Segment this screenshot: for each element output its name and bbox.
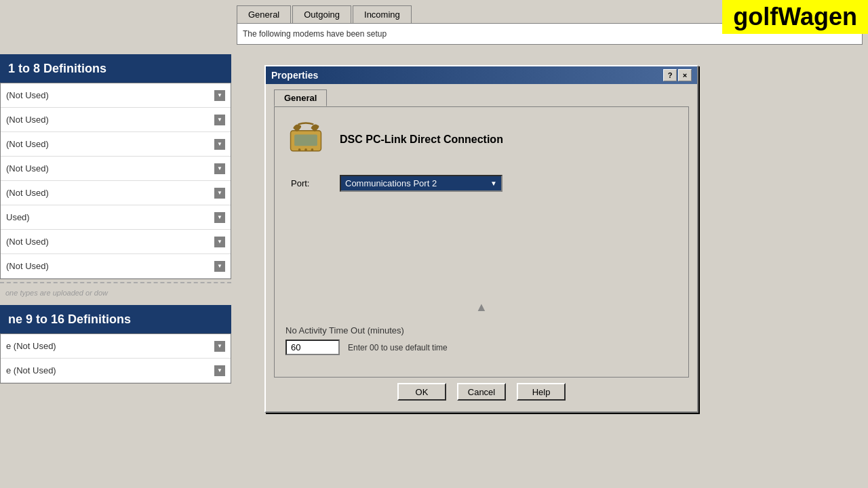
modem-name: DSC PC-Link Direct Connection: [340, 134, 503, 146]
port-label: Port:: [291, 178, 332, 188]
list-item[interactable]: e (Not Used) ▼: [1, 334, 231, 359]
item-label: (Not Used): [6, 139, 49, 149]
sidebar-list-2: e (Not Used) ▼ e (Not Used) ▼: [0, 333, 231, 384]
svg-rect-1: [294, 134, 317, 146]
dropdown-arrow[interactable]: ▼: [214, 237, 225, 247]
close-button[interactable]: ×: [678, 69, 692, 81]
list-item[interactable]: (Not Used) ▼: [1, 132, 231, 157]
item-label: (Not Used): [6, 237, 49, 247]
dropdown-arrow[interactable]: ▼: [214, 261, 225, 272]
tab-general[interactable]: General: [274, 89, 327, 106]
item-label: (Not Used): [6, 90, 49, 100]
divider: [0, 282, 231, 283]
svg-point-4: [311, 148, 314, 151]
timeout-hint: Enter 00 to use default time: [348, 343, 448, 352]
item-label: (Not Used): [6, 115, 49, 125]
dropdown-arrow[interactable]: ▼: [214, 90, 225, 101]
port-row: Port: Communications Port 2 ▼: [291, 175, 677, 192]
dialog-tab-content: DSC PC-Link Direct Connection Port: Comm…: [274, 106, 689, 378]
port-value: Communications Port 2: [345, 178, 437, 188]
dialog-body: General: [266, 84, 697, 411]
timeout-section: No Activity Time Out (minutes) Enter 00 …: [285, 325, 677, 355]
brand-label: golfWagen: [722, 0, 868, 34]
item-label: (Not Used): [6, 163, 49, 174]
dialog-title: Properties: [271, 70, 318, 81]
dropdown-arrow[interactable]: ▼: [214, 188, 225, 199]
dropdown-arrow[interactable]: ▼: [214, 341, 225, 352]
tab-general[interactable]: General: [237, 5, 291, 23]
tab-outgoing[interactable]: Outgoing: [292, 5, 351, 23]
list-item[interactable]: (Not Used) ▼: [1, 108, 231, 132]
dropdown-arrow[interactable]: ▼: [214, 212, 225, 223]
list-item[interactable]: (Not Used) ▼: [1, 254, 231, 279]
dropdown-arrow[interactable]: ▼: [214, 139, 225, 150]
properties-dialog: Properties ? × General: [264, 65, 698, 413]
sidebar-header-2-label: ne 9 to 16 Definitions: [8, 312, 131, 327]
modem-icon: [285, 118, 329, 161]
dropdown-arrow-icon: ▼: [490, 180, 497, 187]
dialog-controls: ? ×: [663, 69, 692, 81]
list-item[interactable]: (Not Used) ▼: [1, 83, 231, 108]
sidebar: 1 to 8 Definitions (Not Used) ▼ (Not Use…: [0, 0, 231, 488]
help-button[interactable]: ?: [663, 69, 677, 81]
list-item[interactable]: (Not Used) ▼: [1, 230, 231, 254]
dropdown-arrow[interactable]: ▼: [214, 115, 225, 125]
sidebar-header-2: ne 9 to 16 Definitions: [0, 305, 231, 333]
sidebar-header-1: 1 to 8 Definitions: [0, 54, 231, 83]
cancel-button[interactable]: Cancel: [457, 383, 506, 401]
item-label: (Not Used): [6, 188, 49, 198]
tab-incoming[interactable]: Incoming: [353, 5, 412, 23]
svg-point-2: [298, 148, 301, 151]
list-item[interactable]: (Not Used) ▼: [1, 157, 231, 181]
item-label: e (Not Used): [6, 365, 56, 375]
dropdown-arrow[interactable]: ▼: [214, 163, 225, 174]
list-item[interactable]: e (Not Used) ▼: [1, 359, 231, 383]
modem-section: DSC PC-Link Direct Connection: [285, 118, 677, 161]
tab-general-label: General: [284, 93, 317, 103]
main-description: The following modems have been setup: [243, 29, 387, 39]
help-footer-button[interactable]: Help: [517, 383, 566, 401]
timeout-input[interactable]: [285, 340, 340, 355]
timeout-row: Enter 00 to use default time: [285, 340, 677, 355]
content-spacer: [285, 205, 677, 300]
item-label: Used): [6, 212, 30, 222]
scroll-indicator: ▲: [285, 300, 677, 314]
item-label: e (Not Used): [6, 341, 56, 351]
dialog-tabs: General: [274, 89, 689, 106]
port-dropdown[interactable]: Communications Port 2 ▼: [340, 175, 502, 192]
sidebar-list-1: (Not Used) ▼ (Not Used) ▼ (Not Used) ▼ (…: [0, 83, 231, 279]
dropdown-arrow[interactable]: ▼: [214, 365, 225, 376]
dialog-titlebar: Properties ? ×: [266, 66, 697, 84]
timeout-label: No Activity Time Out (minutes): [285, 325, 677, 336]
dialog-footer: OK Cancel Help: [274, 378, 689, 403]
svg-point-3: [304, 148, 307, 151]
item-label: (Not Used): [6, 261, 49, 271]
status-text: one types are uploaded or dow: [0, 286, 231, 300]
list-item[interactable]: Used) ▼: [1, 205, 231, 230]
ok-button[interactable]: OK: [397, 383, 446, 401]
list-item[interactable]: (Not Used) ▼: [1, 181, 231, 205]
sidebar-header-1-label: 1 to 8 Definitions: [8, 62, 106, 76]
